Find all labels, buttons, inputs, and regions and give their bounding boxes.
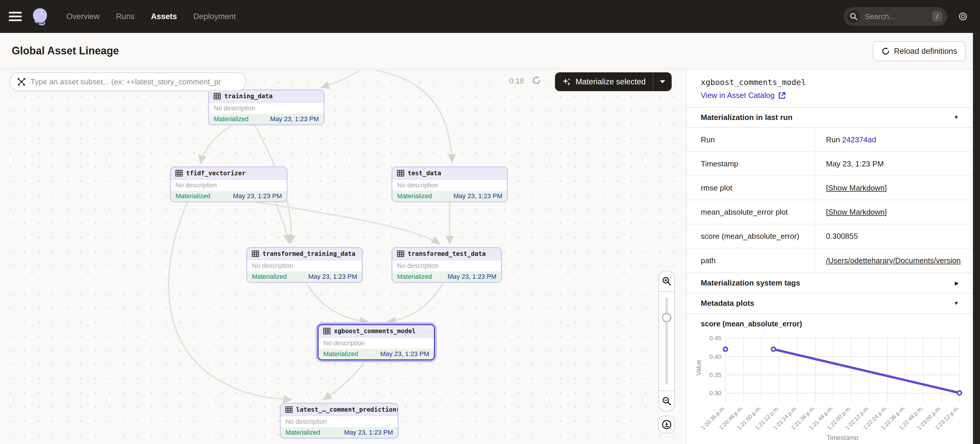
refresh-timer: 0:18 — [509, 76, 524, 86]
download-image-button[interactable] — [659, 416, 675, 433]
materialization-time[interactable]: May 23, 1:23 PM — [270, 115, 319, 123]
status-badge: Materialized — [214, 115, 249, 123]
edge-transformed_training_data-to-xgboost_comments_model — [306, 282, 368, 321]
metadata-label: path — [687, 248, 815, 272]
metadata-link[interactable]: [Show Markdown] — [826, 183, 887, 192]
asset-node-training_data[interactable]: training_dataNo descriptionMaterializedM… — [208, 89, 325, 125]
table-icon — [175, 170, 183, 177]
table-icon — [397, 170, 404, 177]
asset-name: training_data — [224, 92, 272, 100]
asset-description: No description — [281, 416, 398, 427]
table-icon — [252, 250, 259, 257]
asset-description: No description — [319, 337, 434, 349]
asset-node-tfidf_vectorizer[interactable]: tfidf_vectorizerNo descriptionMaterializ… — [170, 166, 288, 202]
settings-gear-icon[interactable] — [958, 11, 968, 22]
svg-text:Timestamp: Timestamp — [827, 434, 858, 440]
edge-above-to-training_data — [321, 69, 360, 88]
dagster-app: OverviewRunsAssetsDeployment Search... /… — [0, 0, 980, 444]
asset-node-latest_comment_predictions[interactable]: latest_…_comment_predictionsNo descripti… — [280, 403, 399, 439]
nav-item-overview[interactable]: Overview — [67, 12, 100, 21]
asset-description: No description — [392, 180, 507, 191]
hamburger-menu-icon[interactable] — [9, 12, 22, 21]
asset-node-test_data[interactable]: test_dataNo descriptionMaterializedMay 2… — [391, 166, 508, 202]
materialization-time[interactable]: May 23, 1:23 PM — [344, 429, 393, 436]
edge-transformed_test_data-to-xgboost_comments_model — [387, 282, 444, 321]
asset-details-panel: xgboost_comments_model View in Asset Cat… — [686, 69, 973, 444]
metadata-link[interactable]: [Show Markdown] — [826, 208, 887, 216]
section-system-tags[interactable]: Materialization system tags ▶ — [687, 272, 973, 293]
edge-tfidf_vectorizer-to-transformed_test_data — [251, 201, 440, 244]
nav-item-runs[interactable]: Runs — [116, 12, 135, 21]
table-icon — [397, 250, 404, 257]
metadata-link[interactable]: 242374ad — [842, 135, 876, 144]
zoom-slider[interactable] — [659, 292, 674, 390]
metadata-value: [Show Markdown] — [815, 208, 973, 217]
page-header: Global Asset Lineage Reload definitions — [0, 33, 980, 69]
materialization-time[interactable]: May 23, 1:23 PM — [448, 273, 496, 280]
asset-node-header: training_data — [209, 90, 324, 103]
asset-name: tfidf_vectorizer — [186, 170, 245, 177]
reload-definitions-button[interactable]: Reload definitions — [873, 41, 966, 61]
asset-description: No description — [171, 180, 286, 191]
right-edge-strip — [973, 33, 980, 444]
asset-status-row: MaterializedMay 23, 1:23 PM — [392, 271, 501, 282]
metadata-row-score-mean-absolute-error-: score (mean_absolute_error)0.300855 — [687, 224, 973, 248]
refresh-countdown-icon[interactable] — [532, 76, 541, 87]
metadata-label: mean_absolute_error plot — [687, 200, 815, 224]
asset-filter-input[interactable]: Type an asset subset... (ex: ++latest_st… — [10, 72, 246, 91]
zoom-in-button[interactable] — [659, 271, 674, 291]
search-placeholder: Search... — [865, 12, 932, 21]
nav-item-assets[interactable]: Assets — [151, 12, 177, 21]
svg-text:0.30: 0.30 — [709, 390, 721, 396]
materialization-time[interactable]: May 23, 1:23 PM — [309, 273, 357, 280]
metadata-link[interactable]: /Users/odetteharary/Documents/version — [826, 256, 961, 265]
dagster-logo[interactable] — [30, 6, 50, 27]
chevron-down-icon: ▼ — [953, 115, 959, 121]
materialization-time[interactable]: May 23, 1:23 PM — [380, 350, 429, 358]
panel-asset-title: xgboost_comments_model — [687, 69, 973, 88]
asset-node-transformed_test_data[interactable]: transformed_test_dataNo descriptionMater… — [391, 247, 502, 283]
metadata-label: rmse plot — [687, 176, 815, 200]
asset-node-xgboost_comments_model[interactable]: xgboost_comments_modelNo descriptionMate… — [317, 324, 435, 361]
lineage-canvas[interactable]: training_dataNo descriptionMaterializedM… — [0, 69, 686, 444]
materialize-options-caret[interactable] — [654, 80, 671, 83]
global-search[interactable]: Search... / — [843, 7, 947, 26]
table-icon — [323, 328, 330, 334]
nav-items: OverviewRunsAssetsDeployment — [67, 12, 236, 21]
metadata-row-timestamp: TimestampMay 23, 1:23 PM — [687, 152, 973, 176]
status-badge: Materialized — [175, 192, 210, 200]
asset-description: No description — [209, 103, 324, 114]
svg-text:0.45: 0.45 — [709, 335, 721, 341]
chevron-right-icon: ▶ — [955, 280, 959, 286]
view-in-asset-catalog-link[interactable]: View in Asset Catalog — [687, 88, 973, 107]
nav-item-deployment[interactable]: Deployment — [193, 12, 236, 21]
materialization-time[interactable]: May 23, 1:23 PM — [453, 192, 502, 200]
materialization-time[interactable]: May 23, 1:23 PM — [233, 192, 282, 200]
edge-above-to-test_data — [376, 70, 452, 162]
status-badge: Materialized — [323, 350, 358, 358]
status-badge: Materialized — [285, 429, 320, 436]
asset-node-header: xgboost_comments_model — [319, 325, 434, 337]
zoom-slider-handle[interactable] — [662, 313, 671, 322]
zoom-widget — [659, 271, 675, 412]
edge-xgboost_comments_model-to-latest_comment_predictions — [323, 360, 366, 400]
asset-name: xgboost_comments_model — [334, 328, 416, 335]
materialize-selected-button[interactable]: Materialize selected — [555, 72, 671, 91]
asset-node-header: latest_…_comment_predictions — [281, 404, 398, 416]
zoom-out-button[interactable] — [659, 391, 674, 411]
metadata-row-path: path/Users/odetteharary/Documents/versio… — [687, 248, 973, 272]
asset-description: No description — [392, 260, 501, 271]
metadata-value: /Users/odetteharary/Documents/version — [815, 256, 973, 265]
asset-graph-icon — [17, 77, 26, 86]
top-nav: OverviewRunsAssetsDeployment Search... / — [0, 0, 980, 33]
asset-status-row: MaterializedMay 23, 1:23 PM — [392, 191, 507, 201]
edge-training_data-to-tfidf_vectorizer — [200, 124, 234, 164]
sparkle-icon — [563, 78, 571, 86]
section-materialization-last-run[interactable]: Materialization in last run ▼ — [687, 107, 973, 127]
asset-description: No description — [247, 260, 362, 271]
svg-text:0.40: 0.40 — [709, 353, 721, 360]
asset-node-transformed_training_data[interactable]: transformed_training_dataNo descriptionM… — [246, 247, 363, 283]
edge-tfidf_vectorizer-to-latest_comment_predictions — [169, 201, 291, 400]
svg-text:Value: Value — [695, 360, 702, 376]
section-metadata-plots[interactable]: Metadata plots ▼ — [687, 293, 973, 313]
